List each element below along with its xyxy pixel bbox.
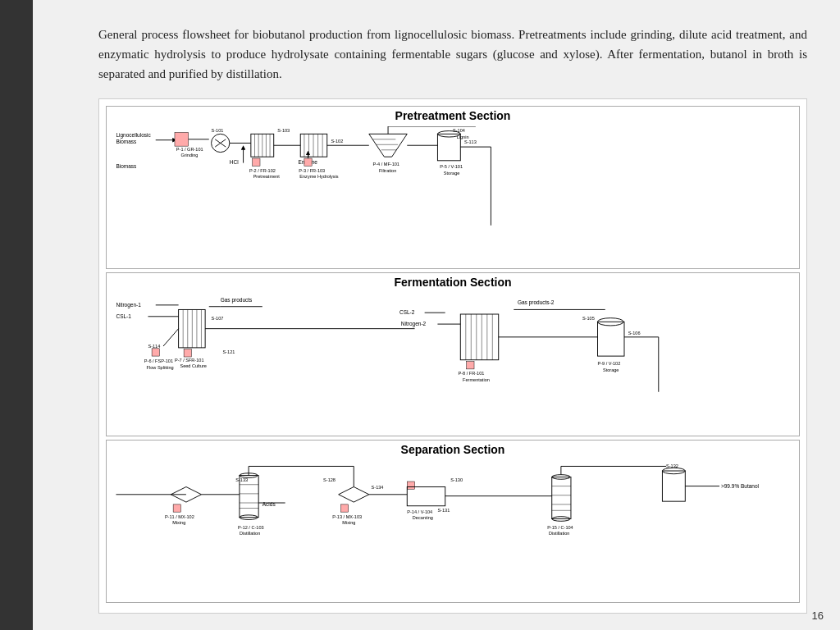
svg-rect-4 bbox=[175, 132, 189, 146]
svg-text:P-9 / V-102: P-9 / V-102 bbox=[597, 362, 620, 367]
svg-text:S-128: S-128 bbox=[323, 477, 336, 482]
svg-text:Grinding: Grinding bbox=[180, 153, 198, 158]
svg-text:Seed Culture: Seed Culture bbox=[180, 363, 206, 368]
svg-text:Decanting: Decanting bbox=[413, 515, 433, 520]
svg-rect-100 bbox=[597, 322, 624, 357]
svg-marker-130 bbox=[339, 486, 369, 502]
svg-text:Biomass: Biomass bbox=[116, 163, 137, 169]
svg-marker-39 bbox=[369, 134, 407, 157]
svg-rect-34 bbox=[304, 158, 312, 166]
svg-text:Gas products-2: Gas products-2 bbox=[518, 299, 555, 306]
svg-text:S-114: S-114 bbox=[148, 344, 160, 349]
svg-text:Pretreatment: Pretreatment bbox=[253, 174, 281, 179]
fermentation-svg: Nitrogen-1 CSL-1 Gas products S-107 bbox=[110, 293, 796, 392]
svg-text:Mixing: Mixing bbox=[342, 520, 355, 525]
svg-text:Nitrogen-1: Nitrogen-1 bbox=[116, 302, 141, 308]
svg-text:Flow Splitting: Flow Splitting bbox=[147, 365, 174, 370]
svg-text:P-8 / FR-101: P-8 / FR-101 bbox=[459, 372, 485, 377]
svg-text:Biomass: Biomass bbox=[116, 139, 137, 144]
fermentation-section: Fermentation Section Nitrogen-1 CSL-1 bbox=[106, 272, 800, 436]
content-area: General process flowsheet for biobutanol… bbox=[33, 0, 840, 630]
svg-text:S-102: S-102 bbox=[331, 139, 343, 144]
pretreatment-svg: Lignocellulosic Biomass Biomass P-1 / GR… bbox=[110, 126, 796, 226]
svg-rect-131 bbox=[340, 504, 348, 512]
fermentation-title: Fermentation Section bbox=[107, 273, 799, 291]
svg-text:S-130: S-130 bbox=[450, 477, 463, 482]
svg-text:Mixing: Mixing bbox=[172, 520, 185, 525]
svg-text:Filtration: Filtration bbox=[379, 168, 396, 173]
svg-text:Acids: Acids bbox=[262, 500, 276, 506]
svg-text:Lignocellulosic: Lignocellulosic bbox=[116, 132, 151, 139]
svg-text:P-6 / FSP-101: P-6 / FSP-101 bbox=[144, 359, 173, 364]
left-bar bbox=[0, 0, 33, 630]
svg-text:P-11 / MX-102: P-11 / MX-102 bbox=[165, 514, 194, 518]
svg-text:S-134: S-134 bbox=[372, 485, 384, 490]
svg-text:S-106: S-106 bbox=[628, 331, 641, 336]
svg-text:P-12 / C-103: P-12 / C-103 bbox=[238, 524, 264, 529]
svg-rect-88 bbox=[460, 314, 498, 360]
svg-text:P-2 / FR-102: P-2 / FR-102 bbox=[249, 168, 276, 173]
svg-text:P-15 / C-104: P-15 / C-104 bbox=[547, 524, 573, 529]
svg-text:S-101: S-101 bbox=[212, 128, 224, 133]
svg-text:P-1 / GR-101: P-1 / GR-101 bbox=[176, 147, 203, 152]
fermentation-diagram: Nitrogen-1 CSL-1 Gas products S-107 bbox=[107, 291, 799, 395]
svg-text:P-14 / V-104: P-14 / V-104 bbox=[407, 509, 432, 514]
description-text: General process flowsheet for biobutanol… bbox=[98, 25, 807, 84]
flowsheet-container: Pretreatment Section Lignocellulosic Bio… bbox=[98, 98, 807, 614]
svg-text:Nitrogen-2: Nitrogen-2 bbox=[401, 321, 427, 327]
svg-text:Lignin: Lignin bbox=[457, 135, 469, 139]
separation-diagram: S-132 S-133 P-11 / MX-102 Mixing bbox=[107, 459, 799, 551]
svg-text:P-13 / MX-103: P-13 / MX-103 bbox=[332, 514, 362, 518]
svg-rect-154 bbox=[662, 471, 685, 501]
svg-text:Enzyme Hydrolysis: Enzyme Hydrolysis bbox=[299, 174, 339, 179]
svg-text:Gas products: Gas products bbox=[221, 297, 253, 304]
separation-title: Separation Section bbox=[107, 441, 799, 459]
svg-text:S-131: S-131 bbox=[437, 508, 450, 513]
svg-rect-143 bbox=[552, 477, 571, 518]
svg-text:S-103: S-103 bbox=[277, 128, 290, 133]
svg-text:Distillation: Distillation bbox=[240, 531, 260, 536]
svg-text:P-5 / V-101: P-5 / V-101 bbox=[440, 164, 463, 169]
svg-rect-137 bbox=[407, 486, 445, 505]
svg-text:P-4 / MF-101: P-4 / MF-101 bbox=[372, 162, 399, 167]
separation-svg: S-132 S-133 P-11 / MX-102 Mixing bbox=[110, 460, 796, 548]
slide: General process flowsheet for biobutanol… bbox=[0, 0, 840, 630]
svg-text:Storage: Storage bbox=[603, 368, 619, 372]
pretreatment-section: Pretreatment Section Lignocellulosic Bio… bbox=[106, 106, 800, 269]
svg-rect-95 bbox=[467, 362, 474, 369]
svg-line-75 bbox=[163, 329, 179, 346]
svg-text:Fermentation: Fermentation bbox=[463, 377, 490, 382]
svg-rect-71 bbox=[184, 349, 191, 357]
svg-text:S-105: S-105 bbox=[582, 316, 595, 321]
svg-text:S-107: S-107 bbox=[212, 317, 224, 322]
svg-text:>99.9% Butanol: >99.9% Butanol bbox=[721, 483, 760, 489]
pretreatment-diagram: Lignocellulosic Biomass Biomass P-1 / GR… bbox=[107, 125, 799, 229]
svg-text:S-133: S-133 bbox=[235, 477, 248, 482]
separation-section: Separation Section S-132 bbox=[106, 440, 800, 603]
svg-text:S-121: S-121 bbox=[222, 350, 235, 355]
svg-text:CSL-1: CSL-1 bbox=[116, 313, 131, 319]
svg-rect-136 bbox=[407, 482, 414, 489]
svg-rect-21 bbox=[253, 158, 260, 166]
pretreatment-title: Pretreatment Section bbox=[107, 107, 799, 125]
svg-text:HCl: HCl bbox=[230, 159, 239, 165]
svg-text:Storage: Storage bbox=[444, 171, 459, 176]
svg-text:CSL-2: CSL-2 bbox=[399, 309, 415, 315]
svg-text:S-113: S-113 bbox=[464, 139, 477, 144]
svg-rect-76 bbox=[152, 349, 159, 356]
svg-text:Distillation: Distillation bbox=[549, 531, 569, 536]
svg-text:P-7 / SFR-101: P-7 / SFR-101 bbox=[175, 358, 204, 363]
page-number: 16 bbox=[812, 609, 824, 622]
svg-text:P-3 / FR-103: P-3 / FR-103 bbox=[299, 168, 325, 173]
svg-rect-111 bbox=[173, 504, 180, 512]
